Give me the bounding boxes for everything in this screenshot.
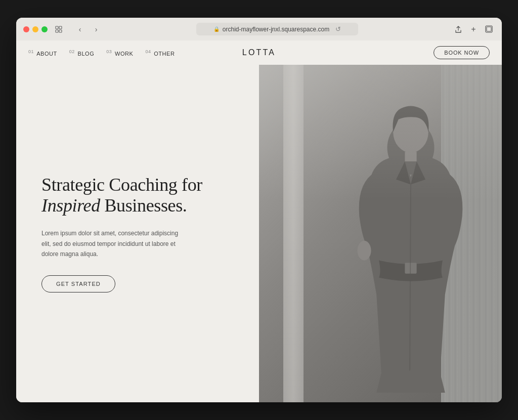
- nav-link-other[interactable]: 04 OTHER: [145, 49, 175, 57]
- website: 01 ABOUT 02 BLOG 03 WORK 04 OTHER LOTTA …: [16, 40, 502, 402]
- tabs-button[interactable]: [483, 23, 495, 35]
- svg-rect-1: [59, 26, 62, 29]
- hero-body-text: Lorem ipsum dolor sit amet, consectetur …: [41, 228, 183, 259]
- close-button[interactable]: [23, 26, 29, 32]
- minimize-button[interactable]: [32, 26, 38, 32]
- svg-rect-0: [56, 26, 58, 29]
- window-controls: [23, 26, 48, 32]
- nav-link-work[interactable]: 03 WORK: [106, 49, 133, 57]
- browser-titlebar: ‹ › 🔒 orchid-mayflower-jnxl.squarespace.…: [23, 23, 495, 40]
- svg-rect-2: [56, 30, 58, 32]
- new-tab-button[interactable]: +: [467, 23, 480, 35]
- window-switcher-icon[interactable]: [53, 23, 65, 35]
- hero-left: Strategic Coaching for Inspired Business…: [16, 65, 259, 402]
- book-now-button[interactable]: BOOK NOW: [434, 46, 490, 59]
- hero-headline: Strategic Coaching for Inspired Business…: [41, 175, 234, 217]
- svg-rect-3: [59, 30, 62, 32]
- site-logo[interactable]: LOTTA: [242, 48, 276, 57]
- hero-headline-line1: Strategic Coaching for: [41, 175, 202, 195]
- hero-right: [259, 65, 502, 402]
- address-bar[interactable]: 🔒 orchid-mayflower-jnxl.squarespace.com …: [196, 23, 358, 35]
- browser-actions: +: [452, 23, 495, 35]
- svg-point-10: [357, 240, 371, 260]
- browser-chrome: ‹ › 🔒 orchid-mayflower-jnxl.squarespace.…: [16, 18, 502, 40]
- browser-window: ‹ › 🔒 orchid-mayflower-jnxl.squarespace.…: [16, 18, 502, 402]
- hero-headline-line2: Businesses.: [100, 195, 187, 216]
- url-text: orchid-mayflower-jnxl.squarespace.com: [223, 26, 329, 33]
- back-button[interactable]: ‹: [74, 23, 86, 35]
- nav-links: 01 ABOUT 02 BLOG 03 WORK 04 OTHER: [28, 49, 175, 57]
- reload-icon[interactable]: ↺: [335, 25, 341, 33]
- address-bar-wrapper: 🔒 orchid-mayflower-jnxl.squarespace.com …: [107, 23, 447, 35]
- hero-section: Strategic Coaching for Inspired Business…: [16, 65, 502, 402]
- nav: 01 ABOUT 02 BLOG 03 WORK 04 OTHER LOTTA …: [16, 40, 502, 65]
- share-button[interactable]: [452, 23, 464, 35]
- nav-link-blog[interactable]: 02 BLOG: [69, 49, 95, 57]
- browser-controls: ‹ ›: [74, 23, 102, 35]
- svg-rect-5: [487, 27, 491, 31]
- hero-headline-italic: Inspired: [41, 195, 100, 216]
- maximize-button[interactable]: [41, 26, 48, 32]
- lock-icon: 🔒: [213, 26, 220, 32]
- forward-button[interactable]: ›: [90, 23, 102, 35]
- hero-photo: [259, 65, 502, 402]
- photo-light-overlay: [259, 65, 502, 200]
- nav-link-about[interactable]: 01 ABOUT: [28, 49, 57, 57]
- get-started-button[interactable]: GET STARTED: [41, 275, 115, 292]
